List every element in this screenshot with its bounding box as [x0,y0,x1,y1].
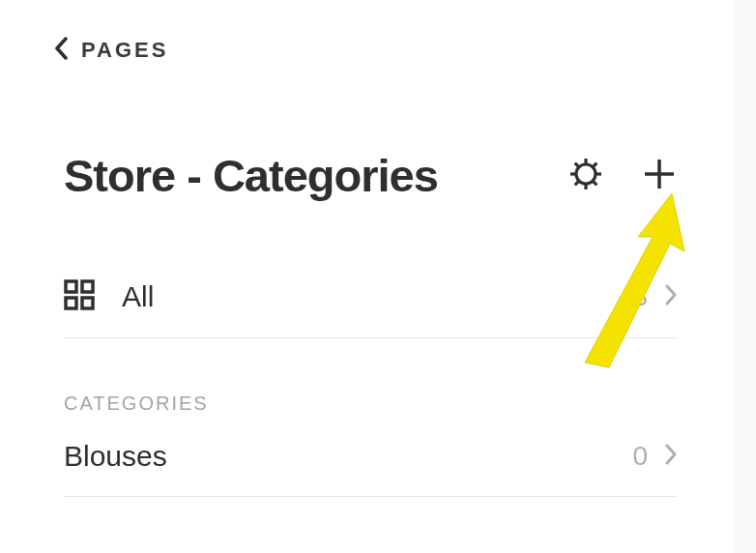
gear-icon [568,157,603,195]
all-count: 3 [632,281,648,312]
svg-point-0 [576,164,596,184]
svg-line-6 [593,181,596,185]
svg-rect-12 [82,281,93,292]
header-actions [568,157,677,195]
category-row-right: 0 [632,441,677,472]
category-row[interactable]: Blouses 0 [64,424,677,497]
chevron-right-icon [665,284,677,309]
categories-panel: PAGES Store - Categories [0,0,735,553]
page-title: Store - Categories [64,149,438,202]
svg-line-8 [593,162,596,166]
all-items-row[interactable]: All 3 [64,260,677,338]
all-row-right: 3 [632,281,677,312]
categories-section-label: CATEGORIES [64,338,677,424]
svg-rect-14 [82,298,93,308]
svg-line-7 [575,181,579,185]
svg-line-5 [575,162,579,166]
all-label: All [122,280,154,313]
back-to-pages[interactable]: PAGES [0,0,735,64]
svg-rect-11 [66,281,76,292]
settings-button[interactable] [568,157,603,195]
chevron-right-icon [665,444,677,469]
chevron-left-icon [54,37,68,64]
all-row-left: All [64,279,154,314]
grid-icon [64,279,95,314]
plus-icon [642,157,677,195]
svg-rect-13 [66,298,76,308]
back-label: PAGES [81,38,168,63]
add-button[interactable] [642,157,677,195]
header: Store - Categories [0,64,735,202]
content-list: All 3 CATEGORIES Blouses 0 [0,202,735,497]
scrollbar[interactable] [735,0,756,553]
category-label: Blouses [64,440,167,473]
category-count: 0 [632,441,648,472]
